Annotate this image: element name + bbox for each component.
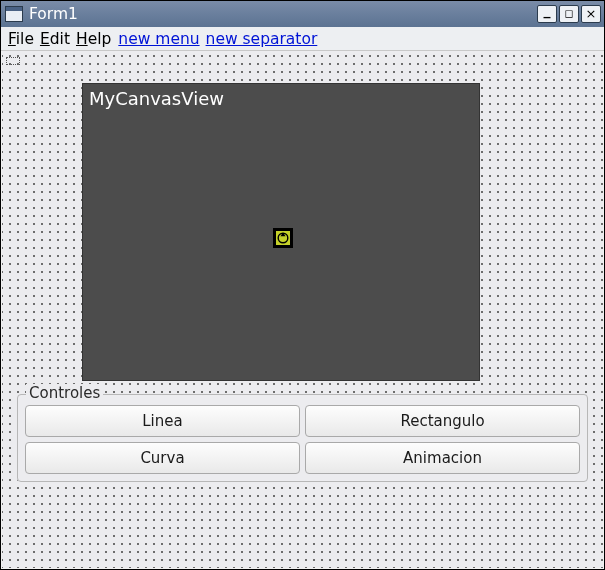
controles-group: Controles Linea Rectangulo Curva Animaci… — [17, 394, 588, 482]
curva-button[interactable]: Curva — [25, 442, 300, 474]
window-title: Form1 — [27, 5, 533, 23]
menu-help[interactable]: Help — [75, 30, 112, 48]
linea-button[interactable]: Linea — [25, 405, 300, 437]
controles-legend: Controles — [26, 384, 103, 402]
form-design-surface[interactable]: MyCanvasView Controles Linea Rectangulo … — [2, 51, 603, 568]
minimize-button[interactable]: _ — [537, 5, 557, 23]
menu-edit[interactable]: Edit — [39, 30, 71, 48]
controles-button-grid: Linea Rectangulo Curva Animacion — [25, 405, 580, 474]
window-frame: Form1 _ ◻ × File Edit Help new menu new … — [0, 0, 605, 570]
selection-handle-icon — [6, 57, 20, 65]
canvas-view[interactable]: MyCanvasView — [82, 83, 480, 381]
component-glyph-icon — [273, 228, 293, 248]
app-icon — [5, 6, 23, 22]
window-controls: _ ◻ × — [537, 5, 604, 23]
new-separator-link[interactable]: new separator — [206, 30, 318, 48]
close-button[interactable]: × — [581, 5, 601, 23]
animacion-button[interactable]: Animacion — [305, 442, 580, 474]
maximize-button[interactable]: ◻ — [559, 5, 579, 23]
rectangulo-button[interactable]: Rectangulo — [305, 405, 580, 437]
menu-file[interactable]: File — [7, 30, 35, 48]
canvas-label: MyCanvasView — [83, 84, 479, 113]
new-menu-link[interactable]: new menu — [118, 30, 199, 48]
menubar: File Edit Help new menu new separator — [1, 27, 604, 51]
titlebar[interactable]: Form1 _ ◻ × — [1, 1, 604, 27]
